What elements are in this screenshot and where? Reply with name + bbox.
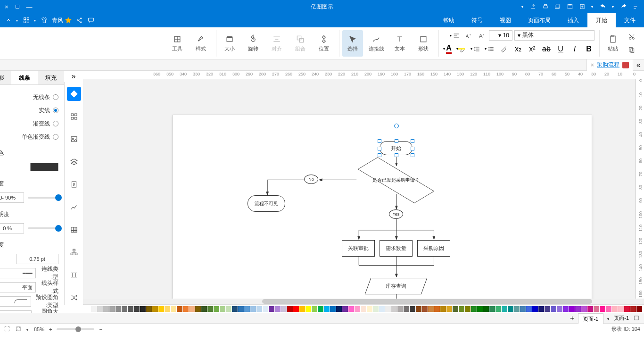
corner-size-spinner[interactable]: 0.00 mm [0,310,32,313]
color-swatch[interactable] [587,306,593,312]
color-swatch[interactable] [563,306,569,312]
color-swatch[interactable] [232,306,238,312]
menu-symbol[interactable]: 符号 [463,13,491,27]
export-icon[interactable] [530,3,537,10]
bullets-icon[interactable] [484,43,495,55]
color-swatch[interactable] [404,306,409,312]
side-grid-icon[interactable] [67,109,81,124]
color-swatch[interactable] [612,306,618,312]
add-page-button[interactable]: + [570,314,574,323]
color-swatch[interactable] [379,306,385,312]
vip-label[interactable]: 青风 [52,17,72,25]
select-button[interactable]: 选择 [342,30,363,57]
color-swatch[interactable] [263,306,268,312]
color-swatch[interactable] [299,306,305,312]
color-swatch[interactable] [465,306,471,312]
color-swatch[interactable] [520,306,526,312]
color-swatch[interactable] [312,306,317,312]
color-swatch[interactable] [428,306,434,312]
color-swatch[interactable] [146,306,152,312]
share-icon[interactable] [76,17,83,24]
color-swatch[interactable] [355,306,360,312]
color-swatch[interactable] [434,306,440,312]
sel-handle-mr[interactable] [411,147,414,150]
side-page-icon[interactable] [67,177,81,192]
color-swatch[interactable] [238,306,244,312]
color-swatch[interactable] [305,306,311,312]
sel-handle-bl[interactable] [378,153,381,157]
corner-type-dd[interactable]: ▾ [0,296,31,307]
page-view-icon[interactable] [633,315,640,322]
apps-icon[interactable] [23,17,30,24]
color-swatch[interactable] [195,306,201,312]
color-swatch[interactable] [91,306,97,312]
panel-tab-line[interactable]: 线条 [11,71,38,84]
color-swatch[interactable] [440,306,446,312]
color-swatch[interactable] [177,306,182,312]
sel-handle-ml[interactable] [378,147,381,150]
underline-icon[interactable]: U [555,43,566,55]
shirt-icon[interactable] [41,17,48,24]
color-swatch[interactable] [140,306,146,312]
width-slider[interactable] [28,197,58,199]
side-shape-icon[interactable] [67,87,81,101]
color-swatch[interactable] [495,306,501,312]
menu-start[interactable]: 开始 [587,13,616,27]
more-dd[interactable] [521,5,524,9]
expand-pane-icon[interactable]: » [633,59,644,71]
side-image-icon[interactable] [67,132,81,146]
color-swatch[interactable] [581,306,587,312]
color-swatch[interactable] [116,306,121,312]
zoom-thumb[interactable] [75,326,81,332]
canvas[interactable]: 0102030405060708090100110120130140150160… [83,79,644,299]
color-swatch[interactable] [336,306,342,312]
tools-button[interactable]: 工具 [167,30,188,57]
menu-layout[interactable]: 页面布局 [520,13,559,27]
text-button[interactable]: 文本 [389,30,410,57]
side-spacer-icon[interactable] [67,268,81,282]
zoom-out-button[interactable]: − [99,326,102,332]
color-swatch[interactable] [128,306,133,312]
color-swatch[interactable] [446,306,452,312]
color-swatch[interactable] [324,306,330,312]
italic-icon[interactable]: I [569,43,580,55]
linespace-icon[interactable] [470,43,481,55]
position-button[interactable]: 位置 [314,30,334,57]
flowchart-decision-node[interactable]: 是否已发起采购申请？ [356,166,436,194]
color-swatch[interactable] [508,306,513,312]
highlight-icon[interactable] [456,43,467,55]
color-swatch[interactable] [361,306,366,312]
color-swatch[interactable] [348,306,354,312]
color-swatch[interactable] [600,306,605,312]
color-swatch[interactable] [373,306,379,312]
font-increase-icon[interactable] [476,30,487,42]
color-swatch[interactable] [281,306,287,312]
color-swatch[interactable] [256,306,262,312]
copy-icon[interactable] [626,44,637,56]
color-swatch[interactable] [477,306,483,312]
shirt-dd[interactable] [34,18,37,23]
speech-icon[interactable] [87,17,95,24]
color-swatch[interactable] [624,306,630,312]
hscroll-thumb[interactable] [262,299,592,304]
color-swatch[interactable] [422,306,428,312]
page-label-dd[interactable] [607,316,610,321]
super-icon[interactable]: x² [527,43,538,55]
color-swatch[interactable] [171,306,176,312]
flowchart-para-node[interactable]: 库存查询 [368,278,424,294]
color-swatch[interactable] [189,306,195,312]
color-swatch[interactable] [30,163,58,171]
undo-dd[interactable] [591,5,594,9]
minimize-icon[interactable]: — [26,3,33,10]
color-swatch[interactable] [636,306,642,312]
color-swatch[interactable] [471,306,477,312]
color-swatch[interactable] [545,306,550,312]
color-swatch[interactable] [391,306,397,312]
cut-icon[interactable] [626,31,637,42]
color-swatch[interactable] [594,306,599,312]
sub-icon[interactable]: x₂ [512,43,524,55]
panel-collapse-icon[interactable]: « [64,71,83,82]
radio-solid[interactable]: 实线 [0,104,58,117]
color-swatch[interactable] [483,306,489,312]
zoom-slider[interactable] [57,328,94,330]
